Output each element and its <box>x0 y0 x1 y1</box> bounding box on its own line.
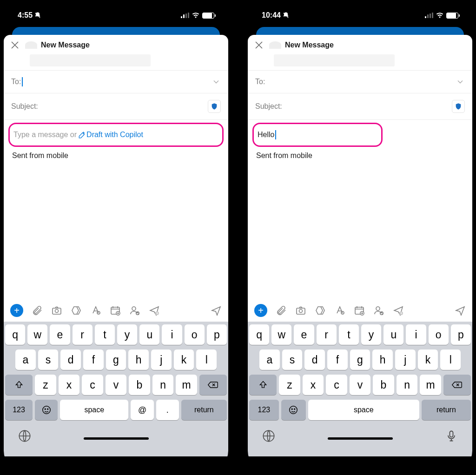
key-v[interactable]: v <box>106 375 127 395</box>
key-w[interactable]: w <box>271 324 291 345</box>
close-icon[interactable] <box>9 40 20 51</box>
key-o[interactable]: o <box>185 324 205 345</box>
key-r[interactable]: r <box>73 324 93 345</box>
key-w[interactable]: w <box>27 324 47 345</box>
key-a[interactable]: a <box>15 350 36 370</box>
send-later-icon[interactable] <box>393 305 404 316</box>
send-icon[interactable] <box>211 305 222 316</box>
return-key[interactable]: return <box>422 400 471 420</box>
emoji-key[interactable] <box>35 400 58 420</box>
key-b[interactable]: b <box>129 375 150 395</box>
key-l[interactable]: l <box>440 350 461 370</box>
number-key[interactable]: 123 <box>5 400 33 420</box>
attachment-icon[interactable] <box>276 305 287 316</box>
number-key[interactable]: 123 <box>249 400 279 420</box>
contact-check-icon[interactable] <box>373 305 384 316</box>
key-g[interactable]: g <box>106 350 126 370</box>
globe-icon[interactable] <box>262 429 275 442</box>
home-indicator[interactable] <box>84 437 149 440</box>
format-text-icon[interactable] <box>334 305 345 316</box>
key-p[interactable]: p <box>207 324 227 345</box>
to-field[interactable]: To: <box>248 71 472 93</box>
key-f[interactable]: f <box>83 350 104 370</box>
key-t[interactable]: t <box>95 324 115 345</box>
key-z[interactable]: z <box>279 375 300 395</box>
shift-key[interactable] <box>5 375 33 395</box>
camera-icon[interactable] <box>295 305 306 316</box>
copilot-icon[interactable] <box>315 305 326 316</box>
chevron-down-icon[interactable] <box>456 77 465 86</box>
key-d[interactable]: d <box>60 350 81 370</box>
key-h[interactable]: h <box>128 350 149 370</box>
message-body-area[interactable]: Hello Sent from mobile <box>248 120 472 299</box>
key-m[interactable]: m <box>420 375 441 395</box>
key-c[interactable]: c <box>82 375 103 395</box>
space-key[interactable]: space <box>60 400 128 420</box>
key-k[interactable]: k <box>418 350 438 370</box>
key-q[interactable]: q <box>5 324 25 345</box>
sensitivity-button[interactable] <box>208 100 221 113</box>
subject-field[interactable]: Subject: <box>248 93 472 119</box>
key-q[interactable]: q <box>249 324 269 345</box>
key-k[interactable]: k <box>174 350 194 370</box>
key-x[interactable]: x <box>59 375 80 395</box>
format-text-icon[interactable] <box>90 305 101 316</box>
key-u[interactable]: u <box>383 324 403 345</box>
key-s[interactable]: s <box>282 350 303 370</box>
add-button[interactable]: + <box>10 304 23 317</box>
key-e[interactable]: e <box>294 324 314 345</box>
key-j[interactable]: j <box>395 350 416 370</box>
key-n[interactable]: n <box>152 375 174 395</box>
at-key[interactable]: @ <box>131 400 153 420</box>
key-b[interactable]: b <box>373 375 394 395</box>
draft-with-copilot-link[interactable]: Draft with Copilot <box>79 131 143 139</box>
shift-key[interactable] <box>249 375 277 395</box>
key-z[interactable]: z <box>35 375 56 395</box>
copilot-icon[interactable] <box>71 305 82 316</box>
backspace-key[interactable] <box>443 375 471 395</box>
key-i[interactable]: i <box>162 324 182 345</box>
sensitivity-button[interactable] <box>452 100 465 113</box>
space-key[interactable]: space <box>308 400 419 420</box>
close-icon[interactable] <box>253 40 264 51</box>
add-button[interactable]: + <box>254 304 267 317</box>
key-m[interactable]: m <box>176 375 197 395</box>
key-t[interactable]: t <box>339 324 359 345</box>
dot-key[interactable]: . <box>156 400 179 420</box>
attachment-icon[interactable] <box>32 305 43 316</box>
globe-icon[interactable] <box>18 429 31 442</box>
key-e[interactable]: e <box>50 324 70 345</box>
key-c[interactable]: c <box>326 375 347 395</box>
key-f[interactable]: f <box>327 350 348 370</box>
key-l[interactable]: l <box>196 350 217 370</box>
key-u[interactable]: u <box>139 324 159 345</box>
to-field[interactable]: To: <box>4 71 228 93</box>
key-d[interactable]: d <box>304 350 325 370</box>
key-g[interactable]: g <box>350 350 370 370</box>
backspace-key[interactable] <box>199 375 227 395</box>
key-x[interactable]: x <box>303 375 324 395</box>
return-key[interactable]: return <box>181 400 227 420</box>
emoji-key[interactable] <box>281 400 306 420</box>
key-s[interactable]: s <box>38 350 59 370</box>
subject-field[interactable]: Subject: <box>4 93 228 119</box>
key-j[interactable]: j <box>151 350 172 370</box>
chevron-down-icon[interactable] <box>212 77 221 86</box>
calendar-add-icon[interactable] <box>110 305 121 316</box>
key-r[interactable]: r <box>317 324 337 345</box>
key-h[interactable]: h <box>372 350 393 370</box>
key-n[interactable]: n <box>397 375 418 395</box>
key-o[interactable]: o <box>429 324 449 345</box>
camera-icon[interactable] <box>51 305 62 316</box>
send-icon[interactable] <box>455 305 466 316</box>
key-y[interactable]: y <box>117 324 137 345</box>
contact-check-icon[interactable] <box>129 305 140 316</box>
calendar-add-icon[interactable] <box>354 305 365 316</box>
key-v[interactable]: v <box>350 375 371 395</box>
key-p[interactable]: p <box>451 324 471 345</box>
key-i[interactable]: i <box>406 324 426 345</box>
dictation-mic-icon[interactable] <box>445 429 458 442</box>
key-a[interactable]: a <box>259 350 280 370</box>
send-later-icon[interactable] <box>149 305 160 316</box>
key-y[interactable]: y <box>361 324 381 345</box>
